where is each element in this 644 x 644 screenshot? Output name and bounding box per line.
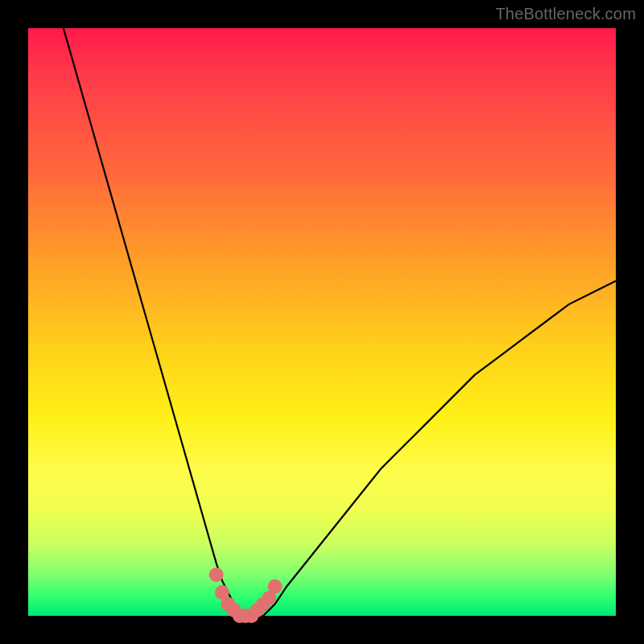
curve-svg (28, 28, 616, 616)
watermark-text: TheBottleneck.com (495, 5, 636, 23)
plot-area (28, 28, 616, 616)
chart-frame: TheBottleneck.com (0, 0, 644, 644)
valley-markers (209, 568, 283, 623)
valley-marker (268, 580, 283, 594)
valley-marker (209, 568, 224, 582)
bottleneck-curve (64, 28, 616, 616)
